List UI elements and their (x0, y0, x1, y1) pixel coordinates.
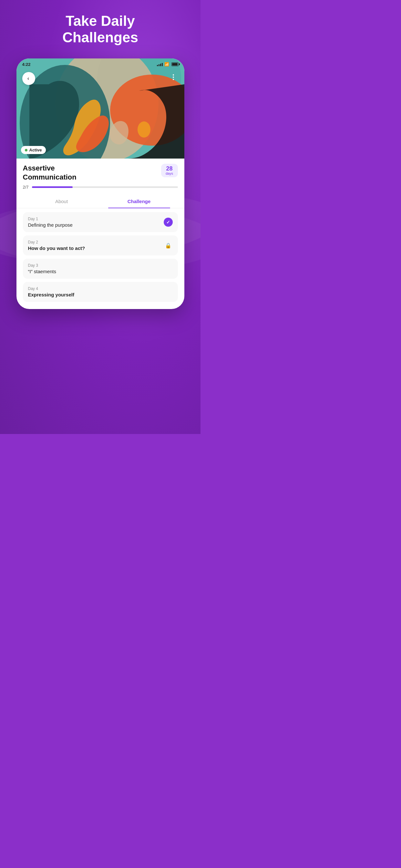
days-label: days (165, 172, 174, 175)
battery-icon (172, 62, 179, 66)
challenge-title: Assertive Communication (23, 164, 76, 182)
hero-art (17, 58, 184, 159)
title-row: Assertive Communication 28 days (23, 164, 178, 182)
day4-label: Day 4 (28, 286, 173, 291)
tab-about[interactable]: About (23, 195, 100, 208)
status-icons: 📶 (157, 62, 179, 66)
days-badge: 28 days (161, 164, 178, 177)
challenge-item-day1[interactable]: Day 1 Defining the purpose ✓ (23, 212, 178, 232)
challenge-list: Day 1 Defining the purpose ✓ Day 2 How d… (23, 208, 178, 309)
challenge-item-day4[interactable]: Day 4 Expressing yourself (23, 282, 178, 302)
challenge-item-day2[interactable]: Day 2 How do you want to act? 🔒 (23, 236, 178, 255)
wifi-icon: 📶 (164, 62, 169, 66)
signal-icon (157, 62, 163, 66)
day3-name: “I” staements (28, 269, 173, 274)
day2-name: How do you want to act? (28, 245, 164, 251)
day1-name: Defining the purpose (28, 222, 164, 228)
active-badge: Active (21, 146, 46, 154)
hero-image: 4:22 📶 ‹ (17, 58, 184, 159)
card-content: Assertive Communication 28 days 2/7 Abou… (17, 159, 184, 309)
status-time: 4:22 (22, 62, 31, 67)
progress-row: 2/7 (23, 185, 178, 190)
page-title: Take Daily Challenges (50, 13, 151, 45)
tab-challenge[interactable]: Challenge (100, 195, 178, 208)
days-count: 28 (165, 166, 174, 172)
phone-card: 4:22 📶 ‹ (17, 58, 184, 309)
progress-text: 2/7 (23, 185, 29, 190)
lock-icon: 🔒 (164, 241, 173, 250)
day4-name: Expressing yourself (28, 292, 173, 298)
day2-label: Day 2 (28, 240, 164, 244)
more-options-button[interactable] (168, 72, 179, 82)
svg-point-5 (137, 121, 150, 137)
progress-bar-background (32, 186, 178, 188)
tabs: About Challenge (17, 195, 184, 208)
back-button[interactable]: ‹ (22, 72, 35, 85)
day1-label: Day 1 (28, 217, 164, 221)
completed-icon: ✓ (164, 218, 173, 227)
challenge-item-day3[interactable]: Day 3 “I” staements (23, 259, 178, 279)
back-chevron-icon: ‹ (27, 75, 29, 82)
active-label: Active (29, 148, 42, 152)
progress-bar-fill (32, 186, 73, 188)
day3-label: Day 3 (28, 263, 173, 268)
active-dot-icon (25, 149, 27, 151)
status-bar: 4:22 📶 (17, 58, 184, 70)
